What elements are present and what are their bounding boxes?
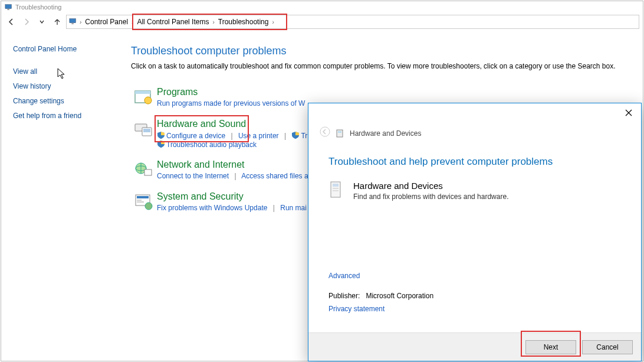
titlebar: Troubleshooting <box>1 1 643 13</box>
svg-rect-5 <box>135 91 150 94</box>
category-network-title[interactable]: Network and Internet <box>157 159 245 170</box>
dialog-heading: Troubleshoot and help prevent computer p… <box>328 156 621 168</box>
svg-rect-1 <box>7 9 9 10</box>
dialog-content: Troubleshoot and help prevent computer p… <box>308 142 641 332</box>
hardware-devices-icon <box>336 129 345 138</box>
link-tr-truncated[interactable]: Tr <box>301 132 307 140</box>
hardware-icon <box>131 119 157 140</box>
svg-rect-22 <box>333 184 339 187</box>
svg-rect-23 <box>333 188 339 189</box>
highlight-box <box>155 115 249 142</box>
shield-icon <box>291 131 300 139</box>
svg-rect-20 <box>338 131 341 133</box>
breadcrumb-highlight: All Control Panel Items › Troubleshootin… <box>132 14 287 30</box>
troubleshooter-item-title: Hardware and Devices <box>353 181 508 191</box>
troubleshooter-item-desc: Find and fix problems with devices and h… <box>353 193 508 201</box>
link-connect-internet[interactable]: Connect to the Internet <box>157 172 229 180</box>
breadcrumb-all-items[interactable]: All Control Panel Items <box>133 18 212 26</box>
window-title: Troubleshooting <box>15 4 61 11</box>
separator: | <box>273 204 275 212</box>
svg-rect-16 <box>137 201 144 203</box>
svg-rect-12 <box>144 169 152 175</box>
dialog-header: Hardware and Devices <box>308 122 641 142</box>
publisher-label: Publisher: <box>328 292 360 300</box>
separator: | <box>284 132 286 140</box>
nav-bar: › Control Panel › All Control Panel Item… <box>1 13 643 31</box>
dialog-footer: Next Cancel <box>308 332 641 361</box>
link-fix-windows-update[interactable]: Fix problems with Windows Update <box>157 204 267 212</box>
sidebar-link-get-help[interactable]: Get help from a friend <box>13 112 131 120</box>
separator: | <box>234 172 236 180</box>
programs-icon <box>131 87 157 108</box>
sidebar-home-link[interactable]: Control Panel Home <box>13 45 131 53</box>
dialog-titlebar <box>308 103 641 122</box>
sidebar-link-view-history[interactable]: View history <box>13 82 131 90</box>
nav-up-button[interactable] <box>51 15 64 28</box>
dialog-back-button[interactable] <box>319 126 331 141</box>
highlight-box <box>521 331 581 357</box>
category-system-title[interactable]: System and Security <box>157 191 244 202</box>
breadcrumb-control-panel[interactable]: Control Panel <box>81 18 132 26</box>
sidebar-link-change-settings[interactable]: Change settings <box>13 97 131 105</box>
svg-point-6 <box>144 97 152 104</box>
publisher-row: Publisher: Microsoft Corporation <box>328 292 621 300</box>
sidebar-link-view-all[interactable]: View all <box>13 67 131 76</box>
cancel-button[interactable]: Cancel <box>582 340 633 354</box>
chevron-right-icon[interactable]: › <box>272 19 285 25</box>
svg-rect-19 <box>337 130 343 137</box>
svg-rect-24 <box>333 190 339 191</box>
svg-point-18 <box>320 127 330 136</box>
nav-recent-dropdown[interactable] <box>35 15 48 28</box>
troubleshooter-dialog: Hardware and Devices Troubleshoot and he… <box>308 103 642 361</box>
svg-rect-3 <box>71 23 74 24</box>
nav-back-button[interactable] <box>5 15 18 28</box>
nav-forward-button[interactable] <box>20 15 33 28</box>
link-access-shared[interactable]: Access shared files a <box>241 172 308 180</box>
svg-rect-15 <box>137 200 142 201</box>
svg-rect-2 <box>70 18 76 22</box>
privacy-statement-link[interactable]: Privacy statement <box>328 305 385 313</box>
dialog-close-button[interactable] <box>616 105 641 121</box>
advanced-link[interactable]: Advanced <box>328 272 360 280</box>
breadcrumb-troubleshooting[interactable]: Troubleshooting <box>215 18 272 26</box>
publisher-value: Microsoft Corporation <box>366 292 433 300</box>
link-run-programs-prev[interactable]: Run programs made for previous versions … <box>157 99 305 107</box>
hardware-devices-large-icon <box>328 181 345 200</box>
svg-rect-9 <box>143 129 150 132</box>
svg-rect-0 <box>5 5 12 9</box>
breadcrumb-icon <box>69 18 77 27</box>
page-title: Troubleshoot computer problems <box>131 45 631 57</box>
sidebar: Control Panel Home View all View history… <box>13 45 131 223</box>
troubleshooter-item[interactable]: Hardware and Devices Find and fix proble… <box>328 181 621 201</box>
dialog-breadcrumb: Hardware and Devices <box>350 129 421 138</box>
svg-point-17 <box>145 203 152 210</box>
app-icon <box>5 4 13 11</box>
category-programs-title[interactable]: Programs <box>157 87 198 97</box>
system-icon <box>131 191 157 213</box>
link-run-mai-truncated[interactable]: Run mai <box>280 204 307 212</box>
network-icon <box>131 159 157 181</box>
breadcrumb-bar[interactable]: › Control Panel › All Control Panel Item… <box>66 15 639 29</box>
svg-rect-14 <box>137 196 149 198</box>
page-intro: Click on a task to automatically trouble… <box>131 62 631 70</box>
